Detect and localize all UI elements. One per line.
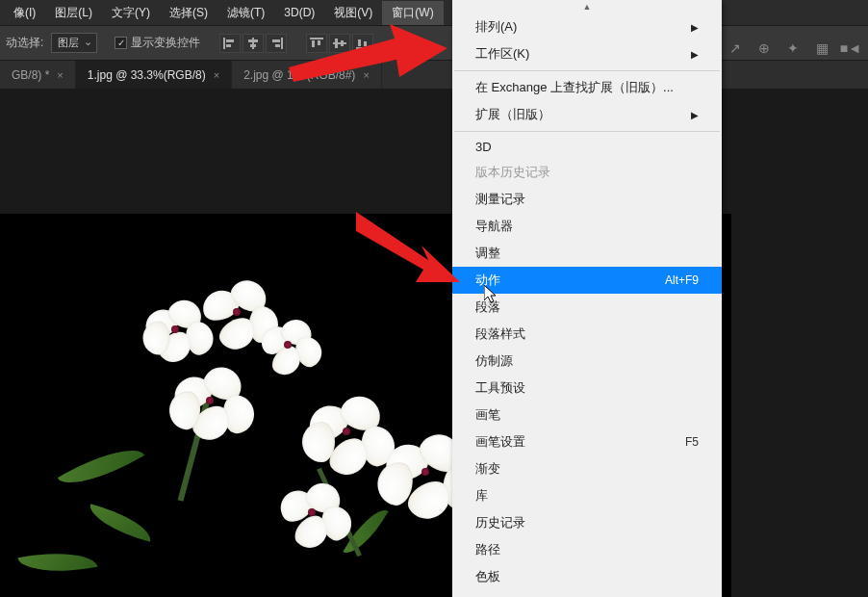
align-left-icon[interactable]	[219, 34, 241, 53]
menu-item-段落样式[interactable]: 段落样式	[452, 321, 722, 348]
menu-item-时间轴[interactable]: 时间轴	[452, 590, 722, 597]
menu-item-label: 段落样式	[475, 325, 525, 343]
svg-rect-6	[281, 38, 283, 49]
menu-item-渐变[interactable]: 渐变	[452, 455, 722, 482]
close-icon[interactable]: ×	[57, 69, 63, 81]
svg-rect-0	[223, 38, 225, 49]
menu-item-历史记录[interactable]: 历史记录	[452, 509, 722, 536]
align-hcenter-icon[interactable]	[243, 34, 264, 53]
menu-item-画笔设置[interactable]: 画笔设置F5	[452, 428, 722, 455]
menu-filter[interactable]: 滤镜(T)	[217, 1, 274, 25]
svg-rect-2	[226, 44, 231, 47]
menu-item-导航器[interactable]: 导航器	[452, 213, 722, 240]
menu-item-3D[interactable]: 3D	[452, 135, 722, 159]
annotation-arrow-2	[356, 207, 462, 294]
tab-label: GB/8) *	[12, 68, 49, 82]
tool-icon-5[interactable]: ▦	[812, 39, 831, 58]
menu-item-label: 画笔设置	[475, 433, 525, 451]
menu-select[interactable]: 选择(S)	[160, 1, 217, 25]
menu-item-label: 画笔	[475, 406, 500, 424]
menu-item-测量记录[interactable]: 测量记录	[452, 186, 722, 213]
menu-item-label: 调整	[475, 245, 500, 262]
autoselect-label: 动选择:	[6, 35, 43, 51]
tool-icon-2[interactable]: ↗	[726, 39, 745, 58]
menu-item-工具预设[interactable]: 工具预设	[452, 375, 722, 402]
menu-item-版本历史记录: 版本历史记录	[452, 159, 722, 186]
menu-item-调整[interactable]: 调整	[452, 240, 722, 267]
menu-item-在 Exchange 上查找扩展（旧版）...[interactable]: 在 Exchange 上查找扩展（旧版）...	[452, 74, 722, 101]
show-transform-label: 显示变换控件	[131, 35, 200, 51]
svg-marker-19	[356, 212, 460, 282]
menu-item-路径[interactable]: 路径	[452, 536, 722, 563]
cursor-icon	[484, 285, 499, 304]
scroll-up-icon[interactable]: ▲	[452, 0, 722, 13]
menu-item-排列(A)[interactable]: 排列(A)▶	[452, 13, 722, 40]
svg-rect-5	[250, 44, 256, 47]
svg-rect-7	[272, 39, 280, 42]
menu-item-库[interactable]: 库	[452, 482, 722, 509]
tab-document-0[interactable]: GB/8) * ×	[0, 61, 76, 89]
menu-layer[interactable]: 图层(L)	[45, 1, 102, 25]
menu-item-label: 色板	[475, 568, 500, 585]
menu-item-label: 版本历史记录	[475, 164, 550, 181]
menu-item-label: 工具预设	[475, 379, 525, 397]
close-icon[interactable]: ×	[214, 69, 219, 81]
svg-rect-8	[275, 44, 280, 47]
menu-image[interactable]: 像(I)	[4, 1, 45, 25]
layer-select[interactable]: 图层	[51, 33, 97, 53]
menu-item-扩展（旧版）[interactable]: 扩展（旧版）▶	[452, 101, 722, 128]
menu-item-label: 渐变	[475, 460, 500, 478]
svg-marker-20	[484, 285, 496, 302]
tool-icon-6[interactable]: ■◄	[841, 39, 860, 58]
submenu-arrow-icon: ▶	[691, 110, 699, 120]
menu-text[interactable]: 文字(Y)	[102, 1, 160, 25]
align-group-1	[219, 34, 287, 53]
submenu-arrow-icon: ▶	[691, 49, 699, 60]
svg-rect-4	[248, 39, 258, 42]
menu-item-label: 库	[475, 487, 488, 505]
menu-item-label: 仿制源	[475, 352, 513, 370]
menu-item-工作区(K)[interactable]: 工作区(K)▶	[452, 40, 722, 67]
show-transform-checkbox[interactable]	[115, 37, 127, 49]
tool-icon-4[interactable]: ✦	[783, 39, 803, 58]
menu-item-色板[interactable]: 色板	[452, 563, 722, 590]
submenu-arrow-icon: ▶	[691, 22, 699, 33]
menu-item-label: 排列(A)	[475, 18, 517, 36]
align-right-icon[interactable]	[266, 34, 287, 53]
menu-item-label: 3D	[475, 140, 492, 154]
menu-item-仿制源[interactable]: 仿制源	[452, 348, 722, 375]
svg-rect-1	[226, 39, 234, 42]
annotation-arrow-1	[289, 19, 452, 87]
menu-item-label: 扩展（旧版）	[475, 106, 550, 123]
menu-shortcut: Alt+F9	[665, 273, 699, 287]
menu-item-label: 在 Exchange 上查找扩展（旧版）...	[475, 79, 674, 96]
tool-icon-3[interactable]: ⊕	[754, 39, 774, 58]
canvas-area	[0, 89, 868, 597]
svg-marker-18	[289, 24, 447, 82]
menu-item-label: 测量记录	[475, 191, 525, 208]
menu-separator	[454, 70, 720, 71]
svg-rect-3	[252, 38, 254, 49]
menu-shortcut: F5	[685, 435, 699, 449]
menu-item-label: 导航器	[475, 218, 513, 235]
menu-item-画笔[interactable]: 画笔	[452, 402, 722, 428]
tab-label: 1.jpg @ 33.3%(RGB/8)	[88, 68, 206, 82]
menu-item-label: 工作区(K)	[475, 45, 529, 63]
tab-document-1[interactable]: 1.jpg @ 33.3%(RGB/8) ×	[76, 61, 232, 89]
menu-item-label: 路径	[475, 541, 500, 558]
menu-item-label: 历史记录	[475, 514, 525, 532]
menu-separator	[454, 131, 720, 132]
